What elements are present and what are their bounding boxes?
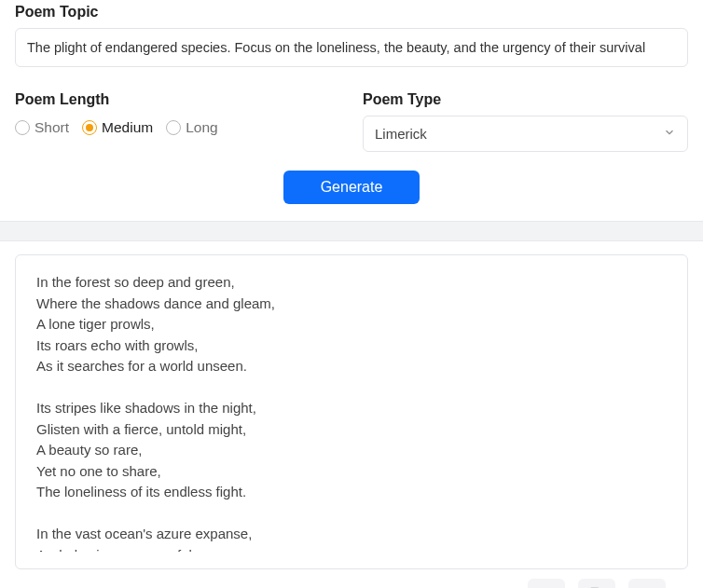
length-option-medium[interactable]: Medium <box>82 119 153 136</box>
length-option-label: Long <box>186 119 217 136</box>
generate-button[interactable]: Generate <box>283 171 420 204</box>
length-option-long[interactable]: Long <box>166 119 217 136</box>
download-button[interactable] <box>628 579 666 588</box>
copy-button[interactable] <box>578 579 615 588</box>
length-option-label: Short <box>34 119 69 136</box>
section-divider <box>0 221 703 241</box>
radio-icon <box>166 120 181 135</box>
type-selected-value: Limerick <box>375 126 427 142</box>
length-option-short[interactable]: Short <box>15 119 69 136</box>
output-box: In the forest so deep and green, Where t… <box>15 254 688 569</box>
topic-input[interactable] <box>15 28 688 67</box>
radio-icon <box>15 120 30 135</box>
length-radio-group: Short Medium Long <box>15 119 340 136</box>
length-label: Poem Length <box>15 91 340 108</box>
type-select[interactable]: Limerick <box>363 116 688 152</box>
output-text[interactable]: In the forest so deep and green, Where t… <box>36 272 667 552</box>
length-option-label: Medium <box>102 119 153 136</box>
output-actions <box>528 579 666 588</box>
delete-button[interactable] <box>528 579 565 588</box>
topic-label: Poem Topic <box>15 4 688 21</box>
type-label: Poem Type <box>363 91 688 108</box>
radio-icon <box>82 120 97 135</box>
chevron-down-icon <box>663 126 676 142</box>
